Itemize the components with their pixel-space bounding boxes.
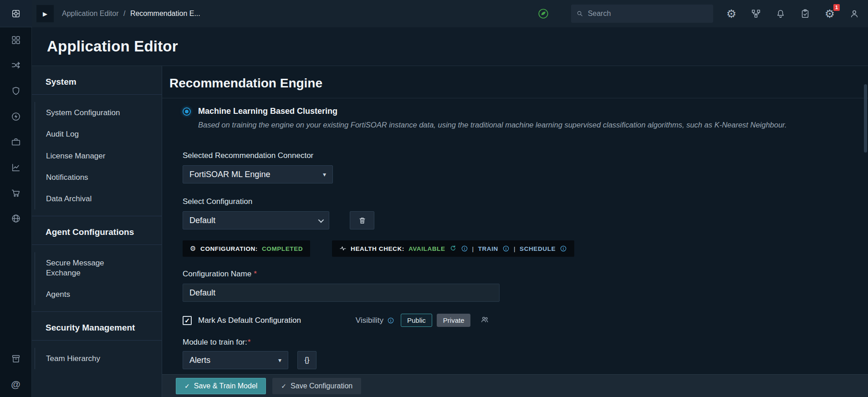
configuration-status-label: CONFIGURATION:	[200, 245, 258, 252]
notification-badge: 1	[833, 4, 840, 11]
train-info-icon[interactable]	[502, 245, 510, 252]
configuration-select[interactable]: Default	[183, 211, 329, 229]
menu-section-system: System System Configuration Audit Log Li…	[32, 66, 162, 209]
menu-item-agents[interactable]: Agents	[35, 284, 162, 305]
menu-item-notifications[interactable]: Notifications	[35, 167, 162, 188]
ml-clustering-description: Based on training the engine on your exi…	[198, 121, 817, 129]
app-root: @ ▶ Application Editor / Recommendation …	[0, 0, 868, 397]
user-menu-button[interactable]	[848, 7, 861, 20]
menu-item-team-hierarchy[interactable]: Team Hierarchy	[35, 348, 162, 369]
search-input[interactable]	[588, 10, 708, 18]
connector-label: Selected Recommendation Connector	[183, 151, 868, 160]
menu-item-system-configuration[interactable]: System Configuration	[35, 102, 162, 123]
menu-heading-security-management: Security Management	[32, 311, 162, 341]
config-name-label: Configuration Name	[183, 270, 251, 278]
shield-icon[interactable]	[0, 78, 32, 104]
section-title: Recommendation Engine	[162, 66, 868, 98]
configuration-value: Default	[189, 216, 215, 225]
topbar: ▶ Application Editor / Recommendation E.…	[32, 0, 868, 27]
mark-default-label: Mark As Default Configuration	[198, 316, 301, 325]
settings-menu: System System Configuration Audit Log Li…	[32, 66, 162, 397]
ml-clustering-radio[interactable]	[183, 107, 191, 116]
globe-icon[interactable]	[0, 206, 32, 231]
menu-item-secure-message-exchange[interactable]: Secure Message Exchange	[35, 252, 126, 284]
breadcrumb-parent[interactable]: Application Editor	[62, 10, 119, 17]
settings-gear-button[interactable]: ⚙	[725, 7, 738, 20]
briefcase-icon[interactable]	[0, 129, 32, 155]
delete-configuration-button[interactable]	[350, 211, 374, 229]
app-logo-icon	[11, 9, 21, 19]
check-icon: ✓	[184, 382, 190, 390]
menu-item-license-manager[interactable]: License Manager	[35, 145, 162, 167]
dashboard-icon[interactable]	[0, 27, 32, 53]
refresh-icon[interactable]	[449, 245, 457, 252]
automation-icon[interactable]	[0, 104, 32, 129]
schedule-info-icon[interactable]	[560, 245, 567, 252]
json-view-button[interactable]: {}	[297, 351, 317, 369]
ml-clustering-label: Machine Learning Based Clustering	[198, 107, 337, 116]
health-check-value: AVAILABLE	[408, 245, 445, 252]
at-glyph: @	[11, 379, 20, 390]
search-icon	[577, 10, 583, 17]
integrations-button[interactable]	[750, 7, 762, 20]
menu-items-system: System Configuration Audit Log License M…	[35, 102, 162, 209]
reports-icon[interactable]	[0, 155, 32, 180]
system-health-icon[interactable]	[537, 8, 549, 20]
user-icon	[849, 9, 859, 19]
default-config-row: ✓ Mark As Default Configuration Visibili…	[183, 314, 868, 327]
config-select-label: Select Configuration	[183, 197, 868, 206]
menu-item-data-archival[interactable]: Data Archival	[35, 188, 162, 209]
trash-icon	[358, 216, 367, 225]
schedule-link[interactable]: SCHEDULE	[520, 245, 556, 252]
teams-button[interactable]	[480, 315, 489, 326]
caret-down-icon: ▾	[278, 356, 281, 364]
tasks-button[interactable]	[799, 7, 812, 20]
visibility-private-button[interactable]: Private	[437, 314, 471, 327]
module-label-row: Module to train for:*	[183, 338, 868, 347]
connector-select[interactable]: FortiSOAR ML Engine ▾	[183, 165, 333, 183]
save-train-model-button[interactable]: ✓ Save & Train Model	[176, 378, 266, 394]
visibility-info-icon[interactable]	[387, 317, 394, 324]
gear-icon: ⚙	[190, 244, 196, 253]
visibility-label: Visibility	[356, 316, 383, 325]
save-configuration-button[interactable]: ✓ Save Configuration	[272, 378, 361, 394]
people-icon	[480, 315, 489, 324]
playbooks-icon[interactable]	[0, 53, 32, 78]
module-label: Module to train for:	[183, 338, 247, 346]
config-name-input[interactable]	[183, 284, 500, 302]
mention-icon[interactable]: @	[0, 372, 32, 397]
train-link[interactable]: TRAIN	[478, 245, 498, 252]
fortisoar-logo[interactable]	[0, 0, 32, 27]
marketplace-icon[interactable]	[0, 180, 32, 206]
mark-default-checkbox[interactable]: ✓	[183, 316, 192, 325]
connector-value: FortiSOAR ML Engine	[189, 170, 270, 179]
configuration-status-value: COMPLETED	[262, 245, 303, 252]
expand-sidebar-button[interactable]: ▶	[36, 5, 54, 22]
archive-icon[interactable]	[0, 346, 32, 372]
admin-settings-button[interactable]: ⚙ 1	[823, 7, 836, 20]
visibility-public-button[interactable]: Public	[401, 314, 432, 327]
separator: |	[472, 245, 474, 252]
bell-icon	[776, 9, 786, 19]
scrollbar-thumb[interactable]	[864, 84, 867, 153]
menu-items-security: Team Hierarchy	[35, 348, 162, 369]
clipboard-check-icon	[800, 9, 810, 19]
config-name-label-row: Configuration Name*	[183, 270, 868, 279]
module-row: Alerts ▾ {}	[183, 351, 868, 369]
page-title-bar: Application Editor	[32, 27, 868, 66]
recommendation-form: Machine Learning Based Clustering Based …	[162, 107, 868, 387]
main-column: ▶ Application Editor / Recommendation E.…	[32, 0, 868, 397]
menu-heading-system: System	[32, 66, 162, 95]
check-icon: ✓	[281, 382, 286, 390]
menu-item-audit-log[interactable]: Audit Log	[35, 123, 162, 145]
check-icon: ✓	[184, 317, 190, 324]
health-info-icon[interactable]	[461, 245, 468, 252]
chevron-down-icon	[318, 217, 324, 223]
module-select[interactable]: Alerts ▾	[183, 351, 288, 369]
topbar-actions: ⚙ ⚙ 1	[537, 5, 861, 23]
health-check-label: HEALTH CHECK:	[351, 245, 404, 252]
save-train-label: Save & Train Model	[194, 382, 258, 390]
notifications-button[interactable]	[774, 7, 787, 20]
breadcrumb-current: Recommendation E...	[130, 10, 200, 17]
save-configuration-label: Save Configuration	[291, 382, 352, 390]
